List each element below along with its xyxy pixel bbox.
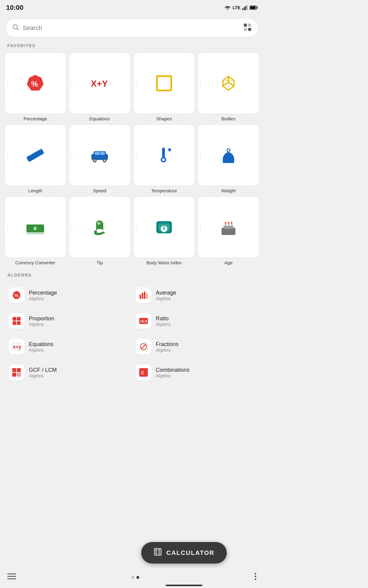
svg-point-32 bbox=[94, 160, 96, 161]
algebra-icon-gcflcm bbox=[9, 364, 25, 380]
fav-card-currency[interactable]: $ bbox=[5, 197, 66, 258]
length-fav-icon bbox=[24, 144, 46, 166]
algebra-icon-equations: x+y bbox=[9, 339, 25, 355]
svg-text:C: C bbox=[141, 370, 144, 375]
status-time: 10:00 bbox=[6, 4, 23, 12]
algebra-name-percentage: Percentage bbox=[29, 290, 128, 296]
search-bar[interactable] bbox=[6, 19, 258, 37]
fav-item-speed: Speed bbox=[69, 125, 130, 193]
menu-icon[interactable] bbox=[7, 573, 16, 581]
fav-card-shapes[interactable] bbox=[134, 53, 194, 114]
svg-line-25 bbox=[30, 151, 32, 154]
grid-view-icon[interactable] bbox=[243, 23, 251, 33]
algebra-sub-fractions: Algebra bbox=[156, 348, 255, 352]
fav-label-percentage: Percentage bbox=[24, 116, 47, 121]
dot-1[interactable] bbox=[131, 576, 134, 579]
algebra-sub-ratio: Algebra bbox=[156, 322, 255, 327]
svg-rect-17 bbox=[157, 76, 171, 91]
fav-card-bmi[interactable] bbox=[134, 197, 194, 258]
svg-rect-71 bbox=[146, 293, 148, 299]
svg-rect-74 bbox=[13, 321, 16, 325]
speed-fav-icon bbox=[89, 144, 111, 166]
algebra-item-percentage[interactable]: % Percentage Algebra bbox=[5, 282, 132, 308]
algebra-icon-average bbox=[136, 287, 151, 303]
svg-rect-36 bbox=[100, 152, 105, 155]
algebra-sub-average: Algebra bbox=[156, 296, 255, 301]
svg-line-26 bbox=[33, 150, 35, 153]
algebra-item-combinations[interactable]: C Combinations Algebra bbox=[132, 360, 259, 385]
fav-card-tip[interactable]: $ bbox=[69, 197, 130, 258]
algebra-name-ratio: Ratio bbox=[156, 315, 255, 322]
svg-point-56 bbox=[163, 228, 165, 230]
fav-card-length[interactable] bbox=[5, 125, 66, 186]
algebra-item-fractions[interactable]: Fractions Algebra bbox=[132, 334, 259, 360]
favorites-section-title: FAVORITES bbox=[7, 43, 256, 48]
fav-card-percentage[interactable]: % bbox=[5, 53, 66, 114]
svg-line-8 bbox=[17, 28, 19, 30]
fav-label-bmi: Body Mass Index bbox=[146, 260, 182, 265]
svg-line-27 bbox=[36, 149, 37, 151]
fav-label-temperature: Temperature bbox=[151, 188, 177, 193]
algebra-name-gcflcm: GCF / LCM bbox=[29, 367, 128, 373]
svg-rect-1 bbox=[244, 7, 245, 10]
svg-rect-6 bbox=[250, 6, 256, 9]
svg-rect-75 bbox=[17, 321, 21, 325]
svg-rect-73 bbox=[17, 317, 21, 321]
calculator-fab-icon bbox=[153, 548, 162, 558]
fav-item-shapes: Shapes bbox=[134, 53, 194, 121]
page-dots bbox=[16, 576, 255, 579]
algebra-sub-proportion: Algebra bbox=[29, 322, 128, 327]
svg-rect-72 bbox=[13, 317, 16, 321]
fav-label-bodies: Bodies bbox=[221, 116, 236, 121]
percentage-fav-icon: % bbox=[24, 72, 46, 94]
svg-rect-91 bbox=[158, 549, 160, 551]
fav-card-bodies[interactable] bbox=[198, 53, 259, 114]
svg-rect-90 bbox=[155, 549, 157, 551]
fav-card-age[interactable] bbox=[198, 197, 259, 258]
svg-rect-85 bbox=[12, 373, 16, 377]
algebra-sub-percentage: Algebra bbox=[29, 296, 128, 301]
fav-item-weight: Weight bbox=[198, 125, 259, 193]
algebra-item-average[interactable]: Average Algebra bbox=[132, 282, 259, 308]
svg-rect-68 bbox=[140, 295, 141, 299]
wifi-icon bbox=[224, 5, 231, 10]
svg-rect-10 bbox=[248, 24, 251, 27]
algebra-item-proportion[interactable]: Proportion Algebra bbox=[5, 308, 132, 334]
bottom-nav bbox=[0, 569, 264, 588]
svg-rect-24 bbox=[26, 149, 44, 162]
fav-card-temperature[interactable] bbox=[134, 125, 194, 186]
dot-2[interactable] bbox=[136, 576, 139, 579]
fav-card-equations[interactable]: X+Y bbox=[69, 53, 130, 114]
svg-point-64 bbox=[231, 222, 232, 224]
algebra-name-fractions: Fractions bbox=[156, 341, 255, 348]
fav-card-weight[interactable] bbox=[198, 125, 259, 186]
svg-rect-3 bbox=[247, 5, 248, 10]
algebra-item-gcflcm[interactable]: GCF / LCM Algebra bbox=[5, 360, 132, 385]
fav-label-length: Length bbox=[28, 188, 42, 193]
bodies-fav-icon bbox=[217, 72, 240, 94]
svg-rect-93 bbox=[158, 552, 160, 552]
algebra-icon-proportion bbox=[9, 313, 25, 329]
svg-marker-20 bbox=[228, 77, 234, 86]
fav-card-speed[interactable] bbox=[69, 125, 130, 186]
svg-text:%: % bbox=[31, 80, 38, 88]
svg-point-63 bbox=[228, 222, 229, 224]
battery-icon bbox=[250, 6, 258, 10]
weight-fav-icon bbox=[217, 144, 240, 166]
svg-rect-35 bbox=[95, 152, 100, 155]
fav-item-currency: $ Currency Converter bbox=[5, 197, 66, 265]
svg-text:16:9: 16:9 bbox=[140, 319, 147, 323]
svg-rect-70 bbox=[144, 292, 145, 299]
home-bar bbox=[166, 585, 202, 586]
algebra-icon-ratio: 16:9 bbox=[136, 313, 151, 329]
fav-label-age: Age bbox=[224, 260, 233, 265]
more-options-icon[interactable] bbox=[255, 573, 256, 582]
algebra-item-equations[interactable]: x+y Equations Algebra bbox=[5, 334, 132, 360]
algebra-item-ratio[interactable]: 16:9 Ratio Algebra bbox=[132, 308, 259, 334]
fav-item-bodies: Bodies bbox=[198, 53, 259, 121]
algebra-name-proportion: Proportion bbox=[29, 315, 128, 322]
svg-rect-0 bbox=[242, 8, 243, 10]
search-input[interactable] bbox=[23, 24, 243, 32]
calculator-fab[interactable]: CALCULATOR bbox=[141, 542, 227, 564]
svg-rect-2 bbox=[245, 6, 246, 10]
